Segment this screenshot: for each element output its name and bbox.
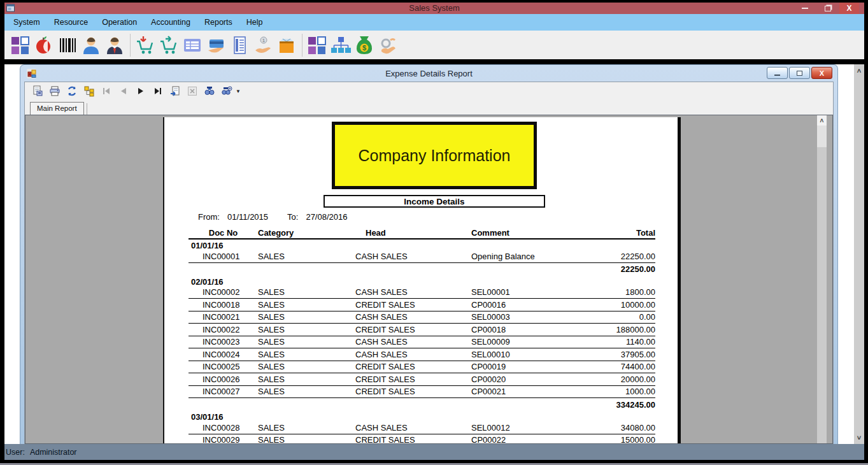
menubar: System Resource Operation Accounting Rep… (4, 14, 864, 31)
report-title: Income Details (324, 195, 545, 208)
minimize-button[interactable] (797, 3, 813, 14)
from-label: From: (198, 212, 220, 222)
menu-system[interactable]: System (6, 15, 47, 29)
group-date: 01/01/16 (189, 240, 655, 250)
barcode-icon[interactable] (57, 34, 78, 56)
previous-page-icon (117, 85, 130, 97)
table-row: INC00028SALESCASH SALESSEL0001234080.00 (189, 422, 655, 434)
svg-text:1: 1 (262, 38, 266, 43)
col-doc-no: Doc No (189, 228, 258, 238)
export-report-icon[interactable] (31, 85, 44, 97)
menu-accounting[interactable]: Accounting (144, 15, 197, 29)
status-user-value: Administrator (30, 448, 77, 457)
main-toolbar: 1 $ (4, 31, 864, 59)
scroll-up-icon[interactable]: ˄ (817, 115, 827, 125)
menu-operation[interactable]: Operation (95, 15, 144, 29)
table-row: INC00029SALESCREDIT SALESCP0002215000.00 (189, 434, 655, 445)
child-window-title: Expense Details Report (24, 69, 834, 78)
table-row: INC00024SALESCASH SALESSEL0001037905.00 (189, 348, 655, 361)
table-row: INC00022SALESCREDIT SALESCP00018188000.0… (189, 324, 655, 336)
table-row: INC00025SALESCREDIT SALESCP0001974400.00 (189, 361, 655, 374)
orgchart-icon[interactable] (330, 34, 352, 56)
company-info-box: Company Information (332, 122, 537, 189)
close-current-view-icon (186, 85, 199, 97)
group-subtotal: 334245.00 (189, 398, 655, 411)
close-button[interactable]: X (839, 3, 859, 14)
receipt-icon[interactable] (229, 34, 250, 56)
customer-icon[interactable] (80, 34, 102, 56)
menu-reports[interactable]: Reports (197, 15, 239, 29)
child-minimize-button[interactable] (767, 67, 788, 79)
last-page-icon[interactable] (152, 85, 164, 97)
child-restore-button[interactable] (789, 67, 810, 79)
scroll-up-icon[interactable]: ˄ (854, 66, 864, 76)
sales-cart-icon[interactable] (158, 34, 180, 56)
supplier-icon[interactable] (104, 34, 125, 56)
scroll-down-icon[interactable]: ˅ (854, 433, 864, 443)
table-row: INC00027SALESCREDIT SALESCP000211000.00 (189, 386, 655, 399)
receive-payment-icon[interactable]: 1 (252, 34, 274, 56)
group-subtotal: 22250.00 (189, 263, 655, 276)
find-text-icon[interactable] (203, 85, 216, 97)
from-value: 01/11/2015 (227, 212, 268, 222)
refresh-icon[interactable] (66, 85, 78, 97)
table-row: INC00023SALESCASH SALESSEL000091140.00 (189, 336, 655, 349)
blocks-icon[interactable] (306, 34, 328, 56)
toolbar-separator (302, 34, 302, 57)
first-page-icon (100, 85, 113, 97)
table-row: INC00021SALESCASH SALESSEL000030.00 (189, 311, 655, 324)
product-blocks-icon[interactable] (10, 34, 31, 56)
minimize-icon (774, 75, 780, 76)
mdi-vertical-scrollbar[interactable]: ˄ ˅ (854, 64, 864, 444)
col-comment: Comment (471, 228, 609, 238)
window-title: Sales System (4, 3, 864, 13)
purchase-cart-icon[interactable] (134, 34, 156, 56)
report-table-body: 01/01/16INC00001SALESCASH SALESOpening B… (189, 240, 655, 444)
viewer-toolbar: ▼ (25, 82, 833, 100)
scrollbar-thumb[interactable] (817, 125, 827, 147)
toolbar-separator (130, 34, 131, 57)
report-panel: Company Information Income Details From:… (25, 115, 833, 444)
group-date: 02/01/16 (189, 276, 655, 287)
menu-resource[interactable]: Resource (47, 15, 96, 29)
tab-divider (87, 103, 87, 115)
child-close-button[interactable]: X (811, 67, 832, 79)
to-label: To: (287, 212, 298, 222)
restore-icon (797, 71, 802, 76)
print-report-icon[interactable] (48, 85, 61, 97)
maximize-button[interactable] (820, 3, 836, 14)
cashbox-icon[interactable] (276, 34, 297, 56)
col-category: Category (258, 228, 355, 238)
invoice-icon[interactable] (181, 34, 203, 56)
toggle-group-tree-icon[interactable] (83, 85, 96, 97)
report-table: Doc No Category Head Comment Total 01/01… (189, 227, 655, 444)
col-head: Head (355, 228, 471, 238)
col-total: Total (609, 228, 655, 238)
svg-text:$: $ (362, 44, 366, 52)
zoom-icon[interactable] (220, 85, 233, 97)
goto-page-icon[interactable] (169, 85, 181, 97)
table-row: INC00018SALESCREDIT SALESCP0001610000.00 (189, 299, 655, 311)
moneybag-icon[interactable]: $ (353, 34, 375, 56)
zoom-dropdown-caret[interactable]: ▼ (236, 89, 241, 94)
tabstrip: Main Report (25, 100, 833, 115)
card-payment-icon[interactable] (205, 34, 227, 56)
report-page: Company Information Income Details From:… (163, 117, 681, 444)
menu-help[interactable]: Help (239, 15, 270, 29)
minimize-icon (802, 8, 808, 9)
table-row: INC00026SALESCREDIT SALESCP0002020000.00 (189, 373, 655, 386)
mdi-client-area: Expense Details Report X (4, 64, 864, 444)
table-row: INC00001SALESCASH SALESOpening Balance22… (189, 250, 655, 263)
main-titlebar: Sales System X (4, 3, 864, 14)
report-vertical-scrollbar[interactable]: ˄ (817, 115, 827, 443)
date-range: From: 01/11/2015 To: 27/08/2016 (198, 212, 366, 222)
table-header: Doc No Category Head Comment Total (189, 227, 655, 240)
to-value: 27/08/2016 (306, 212, 347, 222)
hand-coin-icon[interactable] (377, 34, 399, 56)
status-user-label: User: (6, 448, 25, 457)
next-page-icon[interactable] (134, 85, 147, 97)
table-row: INC00002SALESCASH SALESSEL000011800.00 (189, 287, 655, 299)
apple-icon[interactable] (33, 34, 55, 56)
child-window: Expense Details Report X (20, 64, 838, 444)
tab-main-report[interactable]: Main Report (30, 102, 84, 115)
